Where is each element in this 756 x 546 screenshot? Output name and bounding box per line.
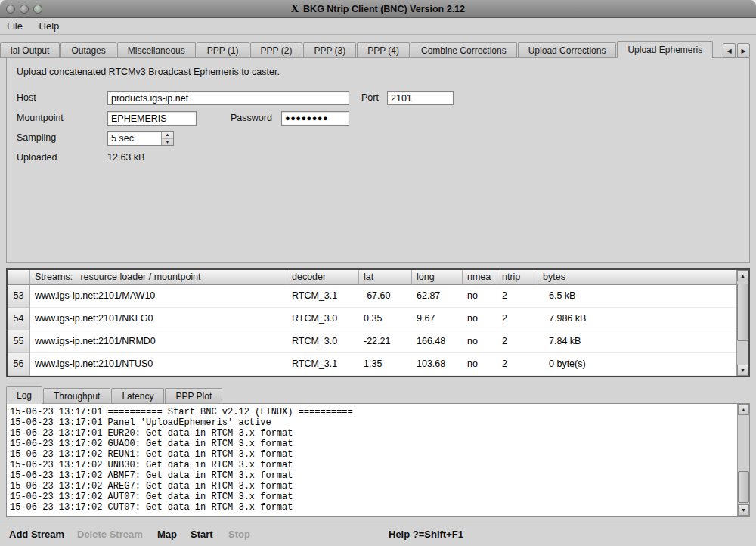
row-header[interactable]: 56 <box>8 353 30 376</box>
host-label: Host <box>17 91 36 105</box>
tab-combine-corrections[interactable]: Combine Corrections <box>411 42 517 58</box>
password-label: Password <box>231 111 272 126</box>
chevron-left-icon: ◀ <box>727 48 731 54</box>
tab-ppp-4[interactable]: PPP (4) <box>357 42 410 58</box>
cell-ntrip: 2 <box>497 308 538 330</box>
cell-ntrip: 2 <box>497 285 538 308</box>
log-line: 15-06-23 13:17:02 GUAO0: Get data in RTC… <box>10 439 734 449</box>
spin-up-icon: ▲ <box>166 132 170 137</box>
cell-nmea: no <box>463 285 497 308</box>
log-line: 15-06-23 13:17:01 ========== Start BNC v… <box>10 407 734 417</box>
table-row[interactable]: 53 www.igs-ip.net:2101/MAW10 RTCM_3.1 -6… <box>8 285 736 308</box>
mountpoint-label: Mountpoint <box>17 111 64 126</box>
row-header[interactable]: 53 <box>8 285 30 308</box>
log-line: 15-06-23 13:17:01 Panel 'UploadEphemeris… <box>10 417 734 428</box>
log-line: 15-06-23 13:17:02 REUN1: Get data in RTC… <box>10 449 734 460</box>
stop-button[interactable]: Stop <box>228 523 250 546</box>
log-line: 15-06-23 13:17:01 EUR20: Get data in RTC… <box>10 428 734 439</box>
tab-upload-corrections[interactable]: Upload Corrections <box>518 42 617 58</box>
tab-upload-ephemeris[interactable]: Upload Ephemeris <box>617 41 713 58</box>
row-header[interactable]: 54 <box>8 308 30 330</box>
log-scroll-thumb[interactable] <box>738 471 749 503</box>
mountpoint-input[interactable] <box>107 111 197 126</box>
tab-miscellaneous[interactable]: Miscellaneous <box>117 42 196 58</box>
header-ntrip[interactable]: ntrip <box>497 270 538 285</box>
cell-long: 103.68 <box>412 353 463 376</box>
table-row[interactable]: 54 www.igs-ip.net:2101/NKLG0 RTCM_3.0 0.… <box>8 308 736 330</box>
help-shortcut-label: Help ?=Shift+F1 <box>389 523 463 546</box>
streams-scroll-down-button[interactable]: ▼ <box>737 365 748 376</box>
streams-scroll-thumb[interactable] <box>737 284 748 341</box>
streams-scroll-up-button[interactable]: ▲ <box>737 270 748 281</box>
tab-serial-output[interactable]: ial Output <box>0 42 60 58</box>
log-line: 15-06-23 13:17:02 CUT07: Get data in RTC… <box>10 502 734 513</box>
log-scroll-up-button[interactable]: ▲ <box>738 404 749 415</box>
sampling-label: Sampling <box>17 131 56 145</box>
host-input[interactable] <box>107 91 349 105</box>
window-title-text: BKG Ntrip Client (BNC) Version 2.12 <box>303 4 465 14</box>
log-output: 15-06-23 13:17:01 ========== Start BNC v… <box>10 407 734 514</box>
cell-bytes: 7.986 kB <box>538 308 736 330</box>
tab-ppp-3[interactable]: PPP (3) <box>303 42 356 58</box>
tab-latency[interactable]: Latency <box>111 388 164 404</box>
cell-nmea: no <box>463 308 497 330</box>
menu-file[interactable]: File <box>0 19 29 34</box>
scroll-up-icon: ▲ <box>740 273 745 278</box>
header-bytes[interactable]: bytes <box>538 270 736 285</box>
cell-bytes: 0 byte(s) <box>538 353 736 376</box>
password-input[interactable]: ●●●●●●●● <box>281 111 349 126</box>
streams-table-header: Streams: resource loader / mountpoint de… <box>8 270 736 285</box>
cell-decoder: RTCM_3.0 <box>287 308 359 330</box>
tab-log[interactable]: Log <box>6 386 42 404</box>
cell-nmea: no <box>463 353 497 376</box>
x11-app-icon: X <box>291 0 299 18</box>
header-stream[interactable]: Streams: resource loader / mountpoint <box>30 270 287 285</box>
tab-outages[interactable]: Outages <box>60 42 116 58</box>
header-nmea[interactable]: nmea <box>463 270 497 285</box>
titlebar: XBKG Ntrip Client (BNC) Version 2.12 <box>0 0 756 18</box>
log-scroll-down-button[interactable]: ▼ <box>738 504 749 516</box>
header-decoder[interactable]: decoder <box>287 270 359 285</box>
scroll-down-icon: ▼ <box>740 368 745 373</box>
spin-down-icon: ▼ <box>166 140 170 144</box>
streams-scrollbar[interactable]: ▲ ▼ <box>736 270 748 376</box>
table-row[interactable]: 56 www.igs-ip.net:2101/NTUS0 RTCM_3.1 1.… <box>8 353 736 376</box>
sampling-spin-down-button[interactable]: ▼ <box>162 138 173 146</box>
streams-table-body: Streams: resource loader / mountpoint de… <box>8 270 736 376</box>
table-row[interactable]: 55 www.igs-ip.net:2101/NRMD0 RTCM_3.0 -2… <box>8 330 736 353</box>
cell-lat: -22.21 <box>359 330 412 353</box>
cell-bytes: 7.84 kB <box>538 330 736 353</box>
port-label: Port <box>361 91 379 105</box>
log-line: 15-06-23 13:17:02 UNB30: Get data in RTC… <box>10 460 734 470</box>
upload-ephemeris-panel: Upload concatenated RTCMv3 Broadcast Eph… <box>6 57 750 263</box>
cell-lat: 1.35 <box>359 353 412 376</box>
row-header[interactable]: 55 <box>8 330 30 353</box>
tab-scroll-left-button[interactable]: ◀ <box>723 43 736 58</box>
sampling-spinbox[interactable]: 5 sec ▲ ▼ <box>107 131 174 146</box>
tab-throughput[interactable]: Throughput <box>43 388 110 404</box>
start-button[interactable]: Start <box>191 523 213 546</box>
tab-ppp-2[interactable]: PPP (2) <box>250 42 303 58</box>
tab-ppp-1[interactable]: PPP (1) <box>197 42 249 58</box>
header-lat[interactable]: lat <box>359 270 412 285</box>
port-input[interactable] <box>387 91 454 105</box>
sampling-spin-up-button[interactable]: ▲ <box>162 132 173 138</box>
add-stream-button[interactable]: Add Stream <box>9 523 64 546</box>
cell-decoder: RTCM_3.1 <box>287 285 359 308</box>
menu-help[interactable]: Help <box>33 19 67 34</box>
log-line: 15-06-23 13:17:02 AUT07: Get data in RTC… <box>10 492 734 502</box>
corner-header-cell <box>8 270 30 285</box>
tab-ppp-plot[interactable]: PPP Plot <box>165 388 222 404</box>
main-tabbar: ial Output Outages Miscellaneous PPP (1)… <box>0 41 720 58</box>
cell-ntrip: 2 <box>497 330 538 353</box>
tab-scroll-right-button[interactable]: ▶ <box>737 43 750 58</box>
header-long[interactable]: long <box>412 270 463 285</box>
cell-lat: -67.60 <box>359 285 412 308</box>
map-button[interactable]: Map <box>157 523 177 546</box>
cell-lat: 0.35 <box>359 308 412 330</box>
cell-stream: www.igs-ip.net:2101/MAW10 <box>30 285 287 308</box>
delete-stream-button[interactable]: Delete Stream <box>77 523 143 546</box>
log-scrollbar[interactable]: ▲ ▼ <box>737 404 749 516</box>
sampling-value: 5 sec <box>108 132 161 145</box>
log-panel: 15-06-23 13:17:01 ========== Start BNC v… <box>6 403 750 517</box>
